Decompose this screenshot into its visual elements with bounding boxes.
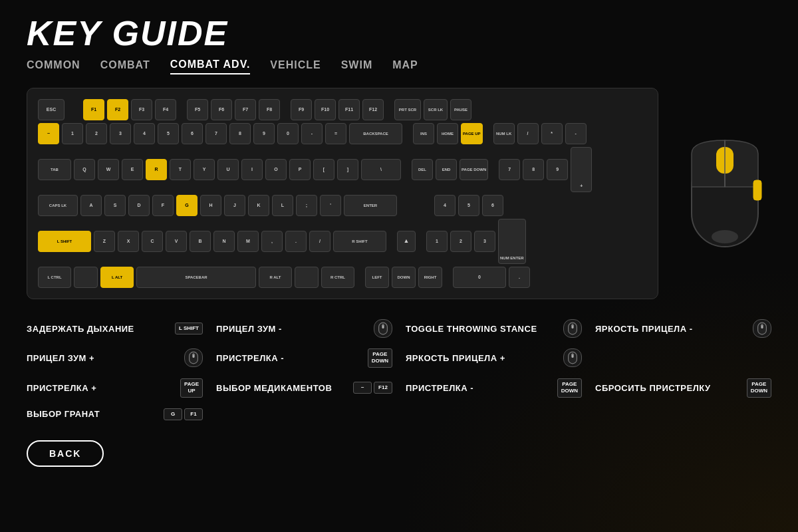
key-r: R (146, 159, 167, 180)
key-x: X (118, 231, 139, 252)
key-5: 5 (158, 123, 179, 144)
key-row-1: ESC F1 F2 F3 F4 F5 F6 F7 F8 F9 F10 F11 F… (38, 99, 647, 120)
keybind-hold-breath: ЗАДЕРЖАТЬ ДЫХАНИЕ L SHIFT (27, 319, 203, 338)
key-f6: F6 (211, 99, 232, 120)
keybind-zeroing-minus: ПРИСТРЕЛКА - PAGEDOWN (406, 378, 582, 398)
key-1: 1 (62, 123, 83, 144)
key-pageup: PAGE UP (461, 123, 483, 144)
key-badge-mouse-btn4 (563, 319, 582, 338)
keybind-brightness-minus-label: ЯРКОСТЬ ПРИЦЕЛА - (595, 324, 746, 334)
key-num2: 2 (450, 231, 471, 252)
key-numstar: * (541, 123, 563, 144)
key-badge-tilde: ~ (353, 382, 372, 394)
key-num1: 1 (426, 231, 448, 252)
key-i: I (241, 159, 263, 180)
key-7: 7 (205, 123, 227, 144)
key-o: O (265, 159, 287, 180)
key-f1: F1 (83, 99, 104, 120)
tab-swim[interactable]: SWIM (341, 59, 373, 74)
key-ralt: R ALT (259, 267, 292, 288)
key-spacebar: SPACEBAR (136, 267, 256, 288)
key-s: S (104, 195, 126, 216)
key-minus: - (301, 123, 323, 144)
key-t: T (170, 159, 191, 180)
key-v: V (166, 231, 187, 252)
page-container: KEY GUIDE COMMON COMBAT COMBAT ADV. VEHI… (0, 0, 798, 480)
key-backspace: BACKSPACE (349, 123, 402, 144)
key-row-2: ~ 1 2 3 4 5 6 7 8 9 0 - = BACKSPACE INS (38, 123, 647, 144)
key-lctrl: L CTRL (38, 267, 71, 288)
key-capslock: CAPS LK (38, 195, 78, 216)
key-num4: 4 (434, 195, 456, 216)
key-row-4: CAPS LK A S D F G H J K L ; ' ENTER 4 5 (38, 195, 647, 216)
key-tilde: ~ (38, 123, 59, 144)
key-numminus: - (565, 123, 587, 144)
key-num7: 7 (499, 159, 520, 180)
keybind-scope-zoom-minus-keys (374, 319, 392, 338)
tab-common[interactable]: COMMON (27, 59, 80, 74)
key-f9: F9 (291, 99, 312, 120)
key-0: 0 (277, 123, 299, 144)
mouse-illustration (678, 127, 771, 260)
key-b: B (190, 231, 211, 252)
keybind-reset-zero-keys: PAGEDOWN (747, 378, 771, 398)
key-2: 2 (86, 123, 107, 144)
keybind-zeroing-minus-keys: PAGEDOWN (557, 378, 582, 398)
keybind-brightness-plus-label: ЯРКОСТЬ ПРИЦЕЛА + (406, 353, 557, 363)
key-f2: F2 (107, 99, 128, 120)
key-rctrl: R CTRL (321, 267, 354, 288)
key-n: N (213, 231, 235, 252)
svg-rect-3 (753, 180, 761, 200)
key-del: DEL (412, 159, 433, 180)
key-badge-pgdn-2: PAGEDOWN (557, 378, 582, 398)
key-num0: 0 (453, 267, 506, 288)
key-f10: F10 (315, 99, 336, 120)
key-period: . (285, 231, 307, 252)
key-f12: F12 (362, 99, 384, 120)
key-lwin (74, 267, 98, 288)
key-badge-f1: F1 (184, 408, 203, 420)
key-badge-pgup: PAGEUp (180, 378, 203, 398)
nav-tabs: COMMON COMBAT COMBAT ADV. VEHICLE SWIM M… (27, 59, 771, 74)
key-numplus: + (571, 147, 592, 192)
keybind-grenade-select-keys: G F1 (164, 408, 203, 420)
key-end: END (436, 159, 457, 180)
keybind-brightness-plus-keys (563, 348, 582, 367)
key-numlk: NUM LK (493, 123, 515, 144)
tab-combat-adv[interactable]: COMBAT ADV. (170, 59, 251, 74)
key-rbracket: ] (337, 159, 358, 180)
key-quote: ' (320, 195, 341, 216)
key-numdot: . (509, 267, 530, 288)
key-num9: 9 (547, 159, 568, 180)
key-num8: 8 (523, 159, 544, 180)
key-badge-scroll-up-2 (563, 348, 582, 367)
key-badge-pgdn-1: PAGEDOWN (368, 348, 392, 368)
tab-map[interactable]: MAP (392, 59, 418, 74)
keyboard-wrapper: ESC F1 F2 F3 F4 F5 F6 F7 F8 F9 F10 F11 F… (27, 88, 658, 299)
key-row-3: TAB Q W E R T Y U I O P [ ] \ DEL END (38, 147, 647, 192)
key-num5: 5 (458, 195, 479, 216)
key-a: A (80, 195, 102, 216)
key-f11: F11 (338, 99, 360, 120)
keybind-zero-plus: ПРИСТРЕЛКА + PAGEUp (27, 378, 203, 398)
keybind-med-select-keys: ~ F12 (353, 382, 392, 394)
key-f4: F4 (155, 99, 176, 120)
key-numenter: NUM ENTER (498, 219, 526, 264)
key-m: M (237, 231, 259, 252)
keybind-empty-3 (406, 408, 582, 420)
key-d: D (128, 195, 150, 216)
key-backslash: \ (361, 159, 401, 180)
keybind-hold-breath-label: ЗАДЕРЖАТЬ ДЫХАНИЕ (27, 324, 168, 334)
keybind-med-select: ВЫБОР МЕДИКАМЕНТОВ ~ F12 (216, 378, 392, 398)
key-semicolon: ; (296, 195, 317, 216)
key-up: ▲ (397, 231, 416, 252)
keybind-scope-zoom-plus-label: ПРИЦЕЛ ЗУМ + (27, 353, 178, 363)
key-j: J (224, 195, 245, 216)
tab-vehicle[interactable]: VEHICLE (270, 59, 321, 74)
key-f7: F7 (235, 99, 256, 120)
tab-combat[interactable]: COMBAT (100, 59, 150, 74)
keybind-med-select-label: ВЫБОР МЕДИКАМЕНТОВ (216, 383, 346, 393)
back-button[interactable]: BACK (27, 440, 104, 467)
keybind-brightness-plus: ЯРКОСТЬ ПРИЦЕЛА + (406, 348, 582, 368)
keybind-toggle-throwing: Toggle Throwing Stance (406, 319, 582, 338)
